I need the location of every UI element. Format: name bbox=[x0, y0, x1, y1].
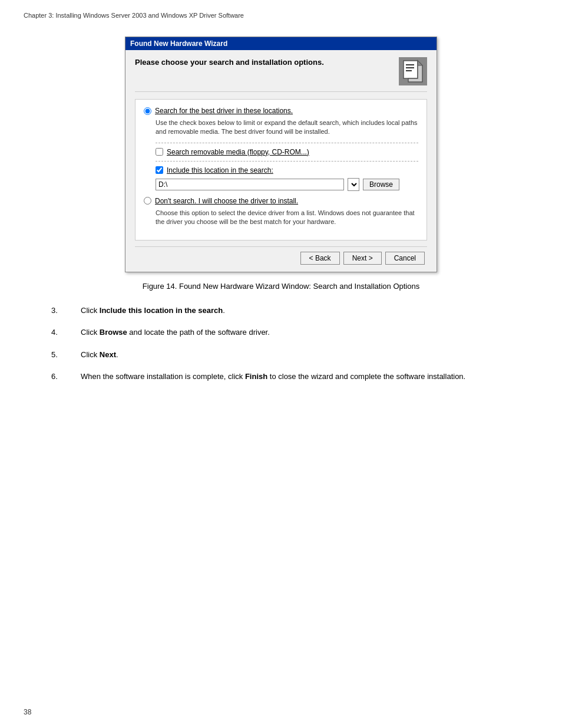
option2-radio[interactable]: Don't search. I will choose the driver t… bbox=[144, 197, 418, 205]
step-4: 4. Click Browse and locate the path of t… bbox=[51, 327, 511, 338]
step-5: 5. Click Next. bbox=[51, 349, 511, 361]
cancel-button[interactable]: Cancel bbox=[385, 252, 425, 265]
include-location-checkbox[interactable] bbox=[156, 166, 163, 174]
step3-text: Click Include this location in the searc… bbox=[81, 305, 225, 317]
wizard-titlebar: Found New Hardware Wizard bbox=[125, 37, 437, 50]
option2-description: Choose this option to select the device … bbox=[156, 209, 418, 227]
step3-number: 3. bbox=[51, 305, 81, 317]
step4-text: Click Browse and locate the path of the … bbox=[81, 327, 270, 338]
option2-label: Don't search. I will choose the driver t… bbox=[155, 197, 298, 205]
svg-rect-3 bbox=[406, 70, 412, 71]
divider2 bbox=[156, 161, 418, 162]
step6-text: When the software installation is comple… bbox=[81, 371, 465, 383]
step5-number: 5. bbox=[51, 349, 81, 361]
wizard-icon bbox=[399, 57, 427, 85]
svg-marker-5 bbox=[418, 61, 422, 65]
wizard-window: Found New Hardware Wizard Please choose … bbox=[125, 37, 437, 272]
step-6: 6. When the software installation is com… bbox=[51, 371, 511, 383]
checkbox1-row[interactable]: Search removable media (floppy, CD-ROM..… bbox=[156, 148, 418, 156]
path-row: Browse bbox=[156, 178, 418, 191]
options-section: Search for the best driver in these loca… bbox=[135, 99, 427, 241]
svg-rect-2 bbox=[406, 67, 414, 68]
page-number: 38 bbox=[24, 708, 31, 716]
option2-radio-input[interactable] bbox=[144, 197, 151, 205]
checkbox1-label: Search removable media (floppy, CD-ROM..… bbox=[167, 148, 309, 156]
divider1 bbox=[156, 143, 418, 143]
step-3: 3. Click Include this location in the se… bbox=[51, 305, 511, 317]
option1-radio-input[interactable] bbox=[144, 107, 151, 115]
wizard-footer: < Back Next > Cancel bbox=[135, 246, 427, 267]
back-button[interactable]: < Back bbox=[300, 252, 340, 265]
option1-label: Search for the best driver in these loca… bbox=[155, 107, 293, 115]
browse-button[interactable]: Browse bbox=[363, 179, 399, 190]
step5-text: Click Next. bbox=[81, 349, 118, 361]
path-input[interactable] bbox=[156, 179, 344, 190]
option1-description: Use the check boxes below to limit or ex… bbox=[156, 118, 418, 137]
option1-radio[interactable]: Search for the best driver in these loca… bbox=[144, 107, 418, 115]
wizard-header-text: Please choose your search and installati… bbox=[135, 57, 324, 68]
step6-number: 6. bbox=[51, 371, 81, 383]
checkbox2-row[interactable]: Include this location in the search: bbox=[156, 166, 418, 174]
step4-number: 4. bbox=[51, 327, 81, 338]
svg-rect-1 bbox=[406, 64, 414, 65]
path-dropdown[interactable] bbox=[348, 178, 359, 191]
figure-caption: Figure 14. Found New Hardware Wizard Win… bbox=[143, 282, 419, 291]
next-button[interactable]: Next > bbox=[343, 252, 382, 265]
svg-rect-0 bbox=[404, 61, 418, 78]
chapter-header: Chapter 3: Installing Windows Server 200… bbox=[24, 12, 538, 19]
steps-container: 3. Click Include this location in the se… bbox=[51, 305, 511, 393]
checkbox2-label: Include this location in the search: bbox=[167, 166, 273, 174]
search-removable-checkbox[interactable] bbox=[156, 148, 163, 156]
